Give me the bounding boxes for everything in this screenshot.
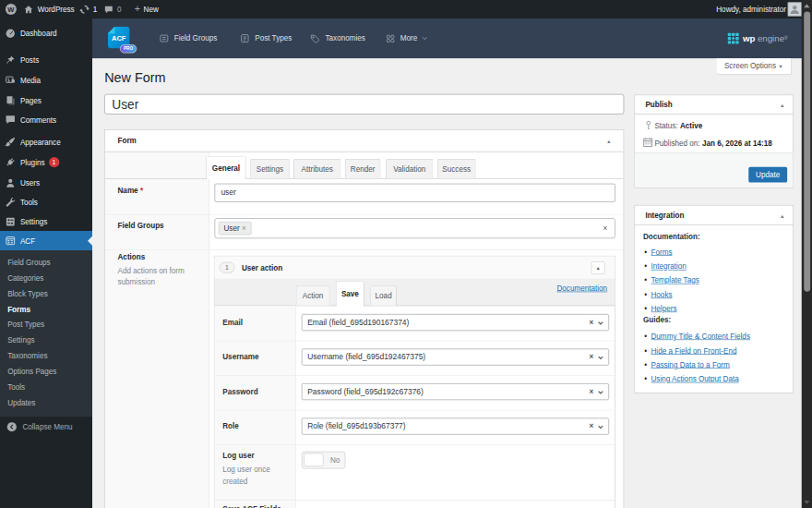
svg-text:ACF: ACF [112,34,126,42]
svg-text:W: W [7,6,15,14]
